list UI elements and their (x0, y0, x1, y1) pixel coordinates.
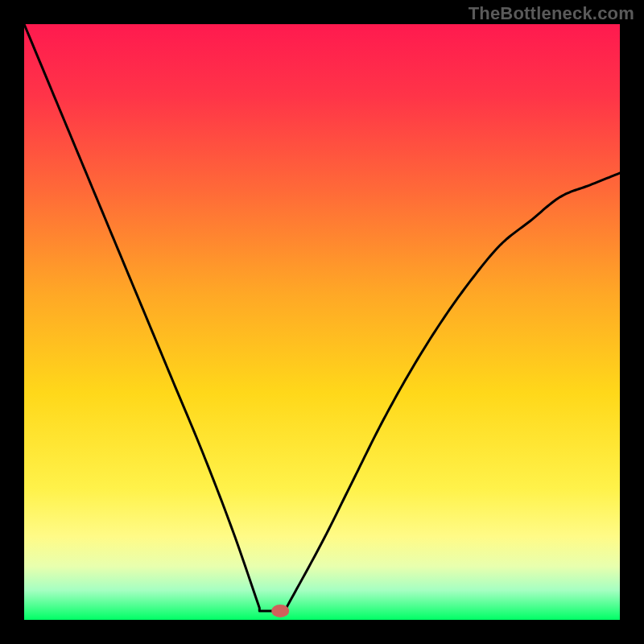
bottleneck-chart (24, 24, 620, 620)
watermark-text: TheBottleneck.com (469, 3, 634, 24)
chart-frame: TheBottleneck.com (0, 0, 644, 644)
optimal-marker (271, 605, 289, 617)
plot-area (24, 24, 620, 620)
gradient-background (24, 24, 620, 620)
